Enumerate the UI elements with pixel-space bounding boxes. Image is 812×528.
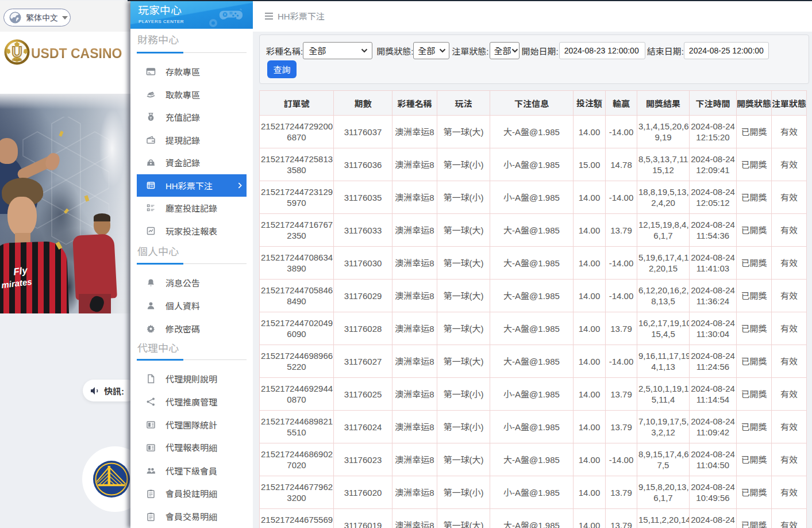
svg-text:CASINO: CASINO — [12, 59, 22, 62]
svg-text:U: U — [11, 44, 22, 60]
